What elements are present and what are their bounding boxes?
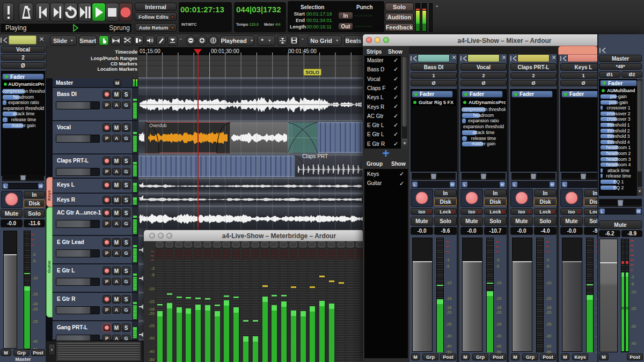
svg-text:-15: -15	[148, 299, 155, 304]
svg-text:-50: -50	[148, 357, 155, 362]
svg-text:Overdub: Overdub	[149, 123, 167, 128]
svg-text:-30: -30	[148, 336, 155, 341]
svg-text:-5: -5	[151, 272, 155, 277]
svg-text:-3: -3	[151, 266, 155, 271]
svg-text:-25: -25	[148, 323, 155, 328]
svg-text:-10: -10	[148, 286, 155, 291]
svg-text:Claps PRT: Claps PRT	[302, 153, 328, 159]
svg-text:-40: -40	[148, 349, 155, 354]
svg-text:-20: -20	[148, 311, 155, 316]
